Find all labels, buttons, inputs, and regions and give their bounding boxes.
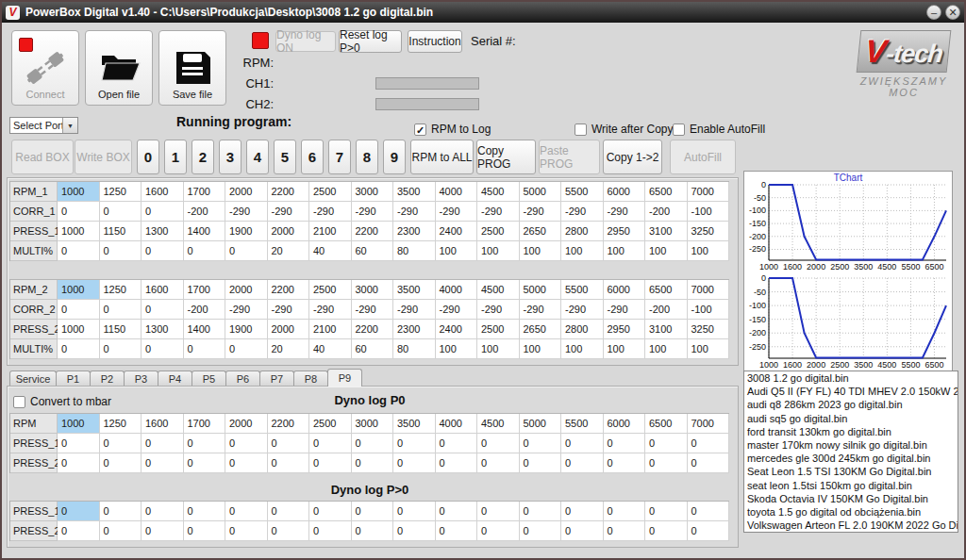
table-cell[interactable]: 0 xyxy=(100,202,142,222)
table-cell[interactable]: 80 xyxy=(393,241,436,261)
table-cell[interactable]: 0 xyxy=(688,434,730,453)
table-cell[interactable]: -290 xyxy=(520,300,562,320)
table-cell[interactable]: 0 xyxy=(561,434,604,453)
table-cell[interactable]: 0 xyxy=(309,521,352,541)
table-cell[interactable]: 2100 xyxy=(309,222,352,241)
table-cell[interactable]: 2650 xyxy=(520,222,562,241)
save-file-button[interactable]: Save file xyxy=(158,30,226,106)
write-box-button[interactable]: Write BOX xyxy=(75,140,132,174)
table-cell[interactable]: 0 xyxy=(184,241,226,261)
table-cell[interactable]: 2950 xyxy=(604,222,646,241)
table-cell[interactable]: 1300 xyxy=(142,320,184,339)
table-cell[interactable]: 3000 xyxy=(352,414,394,434)
table-cell[interactable]: 5000 xyxy=(520,280,562,300)
table-cell[interactable]: 100 xyxy=(436,339,478,359)
read-box-button[interactable]: Read BOX xyxy=(11,140,74,174)
table-cell[interactable]: 0 xyxy=(225,434,268,453)
copy-1-to-2-button[interactable]: Copy 1->2 xyxy=(603,140,662,174)
table-cell[interactable]: 100 xyxy=(477,241,520,261)
table-cell[interactable]: 4000 xyxy=(436,280,478,300)
table-cell[interactable]: -290 xyxy=(268,202,310,222)
table-cell[interactable]: 2000 xyxy=(225,414,268,434)
table-cell[interactable]: 6000 xyxy=(604,182,646,202)
table-cell[interactable]: -290 xyxy=(352,202,394,222)
table-cell[interactable]: 0 xyxy=(142,202,184,222)
reset-log-button[interactable]: Reset log P>0 xyxy=(339,30,402,53)
table-cell[interactable]: 0 xyxy=(58,521,100,541)
table-cell[interactable]: 2500 xyxy=(309,280,352,300)
table-cell[interactable]: 7000 xyxy=(688,182,730,202)
table-cell[interactable]: 0 xyxy=(393,521,436,541)
table-cell[interactable]: 0 xyxy=(268,434,310,453)
file-list-item[interactable]: audi q8 286km 2023 go digital.bin xyxy=(744,399,958,412)
copy-prog-button[interactable]: Copy PROG xyxy=(476,140,536,174)
table-cell[interactable]: 100 xyxy=(688,339,730,359)
table-cell[interactable]: -290 xyxy=(309,300,352,320)
table-cell[interactable]: 2800 xyxy=(561,320,604,339)
table-cell[interactable]: 1400 xyxy=(184,222,226,241)
tab-p2[interactable]: P2 xyxy=(90,371,125,387)
table-cell[interactable]: 0 xyxy=(58,202,100,222)
table-cell[interactable]: 0 xyxy=(604,521,646,541)
table-cell[interactable]: 0 xyxy=(225,521,268,541)
program-3-button[interactable]: 3 xyxy=(219,140,242,174)
tab-service[interactable]: Service xyxy=(9,371,57,387)
table-cell[interactable]: -200 xyxy=(645,202,688,222)
table-cell[interactable]: -290 xyxy=(436,300,478,320)
table-cell[interactable]: 6000 xyxy=(604,414,646,434)
table-cell[interactable]: 0 xyxy=(604,453,646,473)
table-cell[interactable]: 0 xyxy=(309,502,352,521)
table-cell[interactable]: 2650 xyxy=(520,320,562,339)
table-cell[interactable]: 0 xyxy=(436,521,478,541)
program-0-button[interactable]: 0 xyxy=(137,140,159,174)
table-cell[interactable]: 5000 xyxy=(520,414,562,434)
title-bar[interactable]: V PowerBox Digital v1.40 - C:\Users\Prod… xyxy=(2,2,964,23)
table-cell[interactable]: 2000 xyxy=(225,182,268,202)
table-cell[interactable]: 0 xyxy=(352,453,394,473)
table-cell[interactable]: 100 xyxy=(688,241,730,261)
table-cell[interactable]: 0 xyxy=(520,453,562,473)
table-cell[interactable]: -290 xyxy=(436,202,478,222)
table-cell[interactable]: 0 xyxy=(142,502,184,521)
table-cell[interactable]: 2200 xyxy=(268,414,310,434)
table-cell[interactable]: 2200 xyxy=(268,280,310,300)
program-5-button[interactable]: 5 xyxy=(274,140,296,174)
file-list-item[interactable]: seat leon 1.5tsi 150km go digital.bin xyxy=(744,480,958,493)
table-cell[interactable]: -290 xyxy=(477,300,520,320)
table-cell[interactable]: 0 xyxy=(142,434,184,453)
table-cell[interactable]: -100 xyxy=(688,300,730,320)
table-cell[interactable]: -200 xyxy=(645,300,688,320)
program-6-button[interactable]: 6 xyxy=(301,140,324,174)
table-cell[interactable]: 4500 xyxy=(477,182,520,202)
table-cell[interactable]: 0 xyxy=(225,502,268,521)
table-cell[interactable]: 2950 xyxy=(604,320,646,339)
table-cell[interactable]: 0 xyxy=(688,502,730,521)
table-cell[interactable]: 0 xyxy=(688,453,730,473)
table-cell[interactable]: 2500 xyxy=(309,414,352,434)
table-cell[interactable]: 6000 xyxy=(604,280,646,300)
table-cell[interactable]: 0 xyxy=(184,453,226,473)
table-cell[interactable]: 0 xyxy=(352,502,394,521)
table-cell[interactable]: 0 xyxy=(561,521,604,541)
table-cell[interactable]: 0 xyxy=(561,453,604,473)
table-cell[interactable]: 100 xyxy=(604,339,646,359)
table-cell[interactable]: 0 xyxy=(268,453,310,473)
table-cell[interactable]: 0 xyxy=(58,300,100,320)
program-2-button[interactable]: 2 xyxy=(192,140,214,174)
table-cell[interactable]: 5500 xyxy=(561,182,604,202)
table-cell[interactable]: 0 xyxy=(58,502,100,521)
file-list-item[interactable]: Seat Leon 1.5 TSI 130KM Go Digital.bin xyxy=(744,466,958,479)
table-cell[interactable]: 0 xyxy=(477,502,520,521)
table-cell[interactable]: 6500 xyxy=(645,280,688,300)
table-cell[interactable]: 5000 xyxy=(520,182,562,202)
paste-prog-button[interactable]: Paste PROG xyxy=(539,140,600,174)
instruction-button[interactable]: Instruction xyxy=(408,30,462,53)
table-cell[interactable]: 0 xyxy=(645,521,688,541)
table-cell[interactable]: 0 xyxy=(352,434,394,453)
table-cell[interactable]: 0 xyxy=(142,339,184,359)
table-cell[interactable]: 2000 xyxy=(268,222,310,241)
table-cell[interactable]: 3250 xyxy=(688,320,730,339)
table-cell[interactable]: 0 xyxy=(561,502,604,521)
table-cell[interactable]: 2200 xyxy=(268,182,310,202)
table-cell[interactable]: 6500 xyxy=(645,182,688,202)
